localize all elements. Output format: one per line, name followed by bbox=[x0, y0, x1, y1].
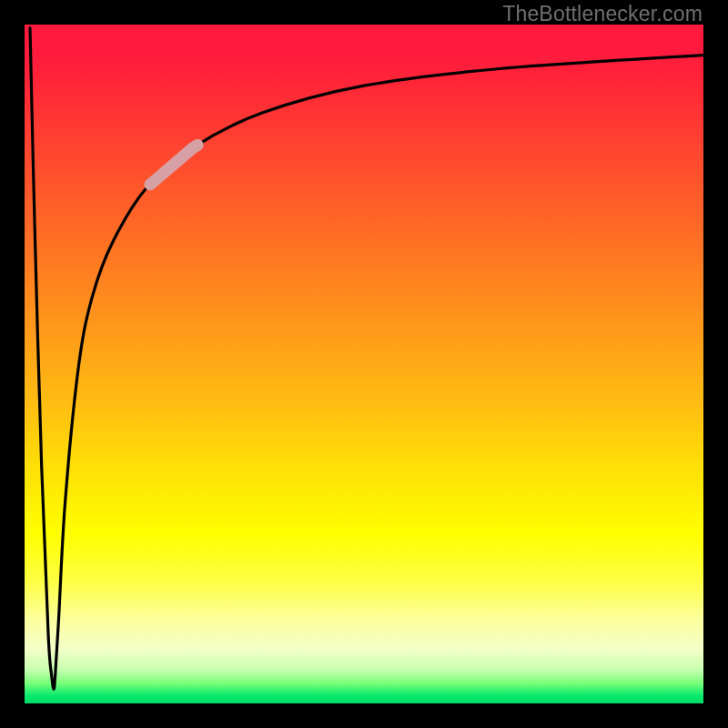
bottleneck-chart: TheBottlenecker.com bbox=[0, 0, 728, 728]
watermark-text: TheBottlenecker.com bbox=[502, 2, 703, 26]
plot-gradient-background bbox=[25, 25, 703, 703]
